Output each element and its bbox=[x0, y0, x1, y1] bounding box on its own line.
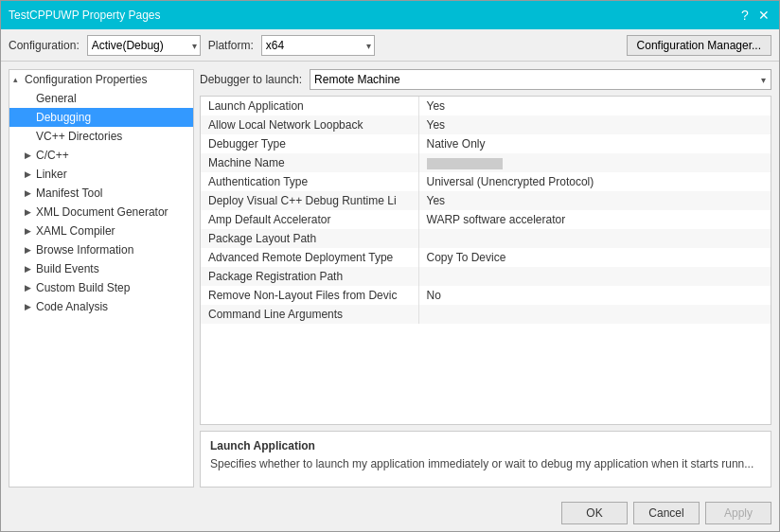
prop-name: Deploy Visual C++ Debug Runtime Li bbox=[201, 191, 418, 210]
table-row[interactable]: Allow Local Network LoopbackYes bbox=[201, 115, 771, 134]
platform-select-wrapper: x64 bbox=[261, 35, 375, 56]
prop-value bbox=[418, 305, 771, 324]
arrow-icon: ▶ bbox=[25, 226, 36, 236]
window-title: TestCPPUWP Property Pages bbox=[9, 9, 161, 22]
sidebar-item-custom-build[interactable]: ▶Custom Build Step bbox=[9, 278, 193, 297]
help-button[interactable]: ? bbox=[737, 8, 753, 23]
sidebar-item-label: Linker bbox=[36, 168, 67, 181]
table-row[interactable]: Advanced Remote Deployment TypeCopy To D… bbox=[201, 248, 771, 267]
table-row[interactable]: Remove Non-Layout Files from DevicNo bbox=[201, 286, 771, 305]
config-bar: Configuration: Active(Debug) Platform: x… bbox=[1, 29, 779, 62]
sidebar-item-label: XML Document Generator bbox=[36, 205, 168, 219]
prop-name: Package Registration Path bbox=[201, 267, 418, 286]
table-row[interactable]: Amp Default AcceleratorWARP software acc… bbox=[201, 210, 771, 229]
sidebar-item-build-events[interactable]: ▶Build Events bbox=[9, 259, 193, 278]
sidebar-item-label: General bbox=[36, 92, 77, 105]
table-row[interactable]: Machine Name bbox=[201, 153, 771, 172]
prop-value: Copy To Device bbox=[418, 248, 771, 267]
sidebar-item-general[interactable]: General bbox=[9, 89, 193, 108]
main-content: ▴Configuration PropertiesGeneralDebuggin… bbox=[1, 62, 779, 495]
prop-value: Yes bbox=[418, 97, 771, 115]
sidebar-item-xml-doc[interactable]: ▶XML Document Generator bbox=[9, 203, 193, 222]
sidebar: ▴Configuration PropertiesGeneralDebuggin… bbox=[9, 69, 194, 488]
window-controls: ? ✕ bbox=[737, 8, 771, 23]
prop-value: Universal (Unencrypted Protocol) bbox=[418, 172, 771, 191]
debugger-select-wrapper: Remote Machine bbox=[310, 69, 771, 90]
arrow-icon: ▶ bbox=[25, 151, 36, 160]
prop-value: WARP software accelerator bbox=[418, 210, 771, 229]
debugger-row: Debugger to launch: Remote Machine bbox=[200, 69, 771, 90]
property-pages-window: TestCPPUWP Property Pages ? ✕ Configurat… bbox=[0, 0, 780, 532]
table-row[interactable]: Authentication TypeUniversal (Unencrypte… bbox=[201, 172, 771, 191]
prop-name: Launch Application bbox=[201, 97, 418, 115]
sidebar-item-label: Build Events bbox=[36, 262, 99, 275]
sidebar-item-label: Configuration Properties bbox=[25, 73, 147, 86]
sidebar-item-manifest-tool[interactable]: ▶Manifest Tool bbox=[9, 184, 193, 203]
properties-table: Launch ApplicationYesAllow Local Network… bbox=[201, 97, 771, 324]
arrow-icon: ▶ bbox=[25, 188, 36, 198]
table-row[interactable]: Deploy Visual C++ Debug Runtime LiYes bbox=[201, 191, 771, 210]
table-row[interactable]: Command Line Arguments bbox=[201, 305, 771, 324]
prop-name: Package Layout Path bbox=[201, 229, 418, 248]
configuration-manager-button[interactable]: Configuration Manager... bbox=[627, 35, 771, 56]
sidebar-item-cpp[interactable]: ▶C/C++ bbox=[9, 146, 193, 165]
title-bar: TestCPPUWP Property Pages ? ✕ bbox=[1, 1, 779, 29]
prop-value bbox=[418, 229, 771, 248]
sidebar-item-label: C/C++ bbox=[36, 149, 69, 162]
sidebar-item-label: Custom Build Step bbox=[36, 281, 130, 294]
prop-value bbox=[418, 267, 771, 286]
platform-label: Platform: bbox=[208, 39, 254, 52]
configuration-select-wrapper: Active(Debug) bbox=[87, 35, 201, 56]
prop-name: Allow Local Network Loopback bbox=[201, 115, 418, 134]
prop-value: No bbox=[418, 286, 771, 305]
info-panel: Launch Application Specifies whether to … bbox=[200, 431, 771, 488]
prop-name: Amp Default Accelerator bbox=[201, 210, 418, 229]
sidebar-item-label: VC++ Directories bbox=[36, 130, 122, 143]
cancel-button[interactable]: Cancel bbox=[633, 502, 700, 524]
prop-name: Machine Name bbox=[201, 153, 418, 172]
bottom-bar: OK Cancel Apply bbox=[1, 495, 779, 531]
prop-name: Command Line Arguments bbox=[201, 305, 418, 324]
table-row[interactable]: Debugger TypeNative Only bbox=[201, 134, 771, 153]
arrow-icon: ▶ bbox=[25, 283, 36, 293]
debugger-select[interactable]: Remote Machine bbox=[310, 69, 771, 90]
sidebar-item-label: Browse Information bbox=[36, 243, 133, 257]
sidebar-item-linker[interactable]: ▶Linker bbox=[9, 165, 193, 184]
arrow-icon: ▶ bbox=[25, 245, 36, 255]
right-panel: Debugger to launch: Remote Machine Launc… bbox=[200, 69, 771, 488]
debugger-label: Debugger to launch: bbox=[200, 73, 302, 86]
redacted-value bbox=[427, 158, 503, 169]
table-row[interactable]: Launch ApplicationYes bbox=[201, 97, 771, 115]
sidebar-item-debugging[interactable]: Debugging bbox=[9, 108, 193, 127]
sidebar-item-vc-dirs[interactable]: VC++ Directories bbox=[9, 127, 193, 146]
ok-button[interactable]: OK bbox=[561, 502, 628, 524]
table-row[interactable]: Package Layout Path bbox=[201, 229, 771, 248]
prop-name: Authentication Type bbox=[201, 172, 418, 191]
arrow-icon: ▶ bbox=[25, 302, 36, 311]
prop-value: Yes bbox=[418, 115, 771, 134]
apply-button[interactable]: Apply bbox=[705, 502, 771, 524]
prop-name: Advanced Remote Deployment Type bbox=[201, 248, 418, 267]
close-button[interactable]: ✕ bbox=[756, 8, 771, 23]
prop-value: Yes bbox=[418, 191, 771, 210]
prop-value: Native Only bbox=[418, 134, 771, 153]
prop-value bbox=[418, 153, 771, 172]
sidebar-item-label: Debugging bbox=[36, 111, 91, 124]
sidebar-item-label: XAML Compiler bbox=[36, 224, 115, 238]
sidebar-item-code-analysis[interactable]: ▶Code Analysis bbox=[9, 297, 193, 316]
sidebar-item-browse-info[interactable]: ▶Browse Information bbox=[9, 240, 193, 259]
sidebar-item-xaml-compiler[interactable]: ▶XAML Compiler bbox=[9, 222, 193, 240]
sidebar-item-label: Manifest Tool bbox=[36, 186, 102, 200]
arrow-icon: ▶ bbox=[25, 169, 36, 179]
prop-name: Debugger Type bbox=[201, 134, 418, 153]
info-desc: Specifies whether to launch my applicati… bbox=[210, 456, 761, 472]
table-row[interactable]: Package Registration Path bbox=[201, 267, 771, 286]
platform-select[interactable]: x64 bbox=[261, 35, 375, 56]
sidebar-item-label: Code Analysis bbox=[36, 300, 108, 313]
properties-table-container: Launch ApplicationYesAllow Local Network… bbox=[200, 96, 771, 425]
arrow-icon: ▴ bbox=[13, 75, 25, 84]
sidebar-item-config-props[interactable]: ▴Configuration Properties bbox=[9, 70, 193, 89]
configuration-label: Configuration: bbox=[9, 39, 80, 52]
info-title: Launch Application bbox=[210, 439, 761, 452]
configuration-select[interactable]: Active(Debug) bbox=[87, 35, 201, 56]
